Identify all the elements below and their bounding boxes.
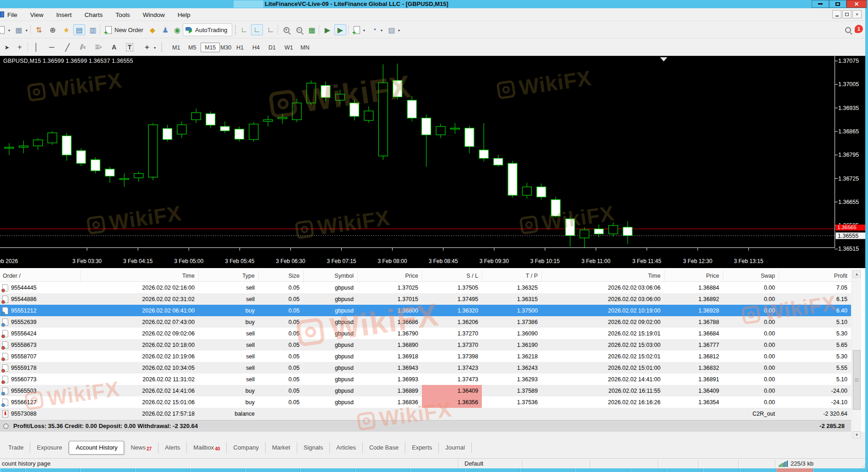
timeframe-h4[interactable]: H4 [249,43,263,52]
column-header-order[interactable]: Order / [0,270,80,281]
tab-trade[interactable]: Trade [2,442,30,453]
taskbar-strip[interactable] [0,468,868,472]
new-chart-icon[interactable]: + [0,24,7,35]
favorites-icon[interactable]: ★ [60,24,72,35]
market-watch-icon[interactable]: ▤ [73,24,85,35]
chart-minimize-button[interactable] [832,10,841,18]
indicators-bar-icon[interactable]: ∟ [238,24,250,35]
history-row-95565503[interactable]: 955655032026.02.02 14:41:06buy0.05gbpusd… [0,385,851,396]
price-chart[interactable]: GBPUSD,M15 1.36599 1.36599 1.36537 1.365… [0,56,868,268]
new-order-button[interactable]: New Order [115,27,143,33]
tab-articles[interactable]: Articles [330,442,363,453]
column-header-time-close[interactable]: Time [541,270,664,281]
timeframe-w1[interactable]: W1 [281,43,297,52]
zoom-in-icon[interactable]: + [280,24,292,35]
tab-experts[interactable]: Experts [405,442,439,453]
cursor-icon[interactable]: ➤︎ [1,42,13,53]
signals-icon[interactable]: ◉ [171,24,183,35]
profiles-dropdown[interactable]: ▾ [26,28,27,33]
column-header-price-close[interactable]: Price [664,270,723,281]
column-header-price[interactable]: Price [357,270,422,281]
scroll-up-icon[interactable]: ▲ [853,270,861,278]
tab-news[interactable]: News27 [124,442,158,453]
timeframe-m5[interactable]: M5 [185,43,200,52]
chart-restore-button[interactable] [842,10,852,18]
menu-help[interactable]: Help [178,11,191,18]
maximize-button[interactable] [829,0,846,8]
tile-windows-icon[interactable]: ▦ [306,24,318,35]
autotrading-button[interactable]: AutoTrading [183,23,232,36]
history-row-95566127[interactable]: 955661272026.02.02 15:01:06buy0.05gbpusd… [0,396,851,408]
crosshair-icon[interactable]: + [14,42,26,53]
column-header-size[interactable]: Size [258,270,303,281]
taskbar-window-segment[interactable] [813,468,868,472]
history-row-95556424[interactable]: 955564242026.02.02 09:02:06sell0.05gbpus… [0,328,851,339]
taskbar-window-segment[interactable] [300,468,355,472]
timeframe-m1[interactable]: M1 [169,43,184,52]
taskbar-window-segment[interactable] [776,468,813,472]
tab-signals[interactable]: Signals [297,442,330,453]
profiles-icon[interactable]: ▦ [13,24,25,35]
column-header-sl[interactable]: S / L [422,270,482,281]
tab-alerts[interactable]: Alerts [158,442,187,453]
periods-clock-icon[interactable]: ◔ [368,24,380,35]
expert-advisors-icon[interactable]: ♟︎ [159,24,171,35]
timeframe-mn[interactable]: MN [297,43,313,52]
arrows-icon[interactable]: ✦ [141,42,153,53]
tab-market[interactable]: Market [266,442,297,453]
notification-badge[interactable]: 1 [855,25,863,33]
trendline-icon[interactable]: ╱ [61,42,73,53]
taskbar-window-segment[interactable] [0,468,25,472]
history-row-95552639[interactable]: 955526392026.02.02 07:43:00buy0.05gbpusd… [0,316,851,328]
horizontal-line-icon[interactable]: ─ [46,42,58,53]
taskbar-window-segment[interactable] [465,468,520,472]
new-order-icon[interactable]: + [103,24,115,35]
templates-icon[interactable]: ▧ [386,24,398,35]
tab-mailbox[interactable]: Mailbox40 [187,442,227,453]
close-button[interactable]: ✕ [846,0,867,8]
indicators-candle-icon[interactable]: ∟ [251,24,263,35]
column-header-profit-close[interactable]: Profit [779,270,851,281]
tab-journal[interactable]: Journal [439,442,472,453]
column-header-symbol[interactable]: Symbol [303,270,357,281]
taskbar-window-segment[interactable] [740,468,776,472]
menu-tools[interactable]: Tools [115,11,130,18]
history-row-95559178[interactable]: 955591782026.02.02 10:34:05sell0.05gbpus… [0,362,851,373]
status-profile[interactable]: Default [464,460,483,467]
taskbar-window-segment[interactable] [630,468,666,472]
tab-account-history[interactable]: Account History [69,441,124,455]
tab-company[interactable]: Company [227,442,266,453]
history-row-95560773[interactable]: 955607732026.02.02 11:31:02sell0.05gbpus… [0,373,851,385]
zoom-out-icon[interactable]: − [293,24,305,35]
history-row-95544445[interactable]: 955444452026.02.02 02:16:00sell0.05gbpus… [0,282,851,293]
new-chart-dropdown[interactable]: ▾ [8,28,10,33]
table-scrollbar[interactable]: ▲ ▼ [852,270,861,439]
taskbar-window-segment[interactable] [666,468,703,472]
text-icon[interactable]: A [108,42,120,53]
menu-charts[interactable]: Charts [85,11,103,18]
history-row-95544886[interactable]: 955448862026.02.02 02:31:02sell0.05gbpus… [0,293,851,305]
arrows-dropdown[interactable]: ▾ [154,46,156,50]
chart-close-button[interactable]: × [852,10,862,18]
taskbar-window-segment[interactable] [190,468,245,472]
tab-exposure[interactable]: Exposure [30,442,69,453]
menu-view[interactable]: View [30,11,44,18]
taskbar-window-segment[interactable] [80,468,135,472]
history-row-95551212[interactable]: 955512122026.02.02 06:41:00buy0.05gbpusd… [0,305,851,316]
menu-window[interactable]: Window [143,11,165,18]
column-header-tp[interactable]: T / P [482,270,541,281]
indicators-line-icon[interactable]: ∟ [265,24,277,35]
column-header-swap-close[interactable]: Swap [723,270,779,281]
text-label-icon[interactable]: T [124,42,136,53]
tab-code-base[interactable]: Code Base [363,442,405,453]
timeframe-h1[interactable]: H1 [233,43,247,52]
history-row-95558673[interactable]: 955586732026.02.02 10:18:00sell0.05gbpus… [0,339,851,351]
add-indicator-dropdown[interactable]: ▾ [363,28,365,33]
minimize-button[interactable] [812,0,829,8]
channel-icon[interactable]: ⫽E [77,42,89,53]
taskbar-window-segment[interactable] [355,468,410,472]
crosshair-mode-icon[interactable]: ⊕ [47,24,59,35]
taskbar-window-segment[interactable] [520,468,575,472]
scroll-down-icon[interactable]: ▼ [853,431,861,439]
column-header-time[interactable]: Time [80,270,198,281]
